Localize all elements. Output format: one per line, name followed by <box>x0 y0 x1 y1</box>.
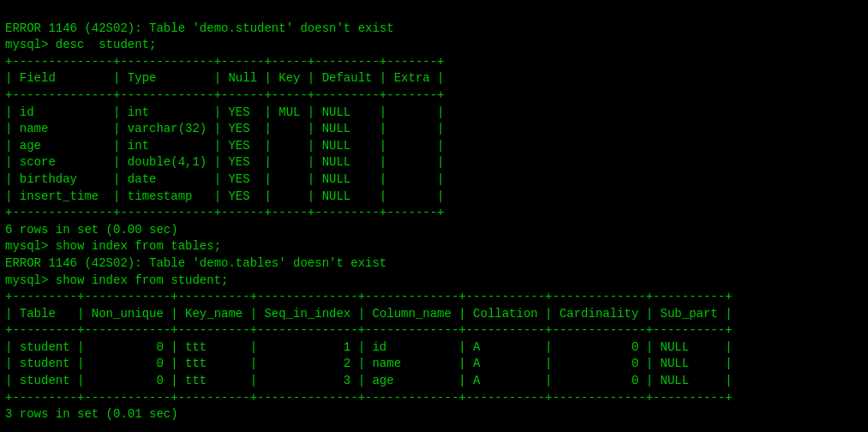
terminal-line-6: | name | varchar(32) | YES | | NULL | | <box>5 121 863 138</box>
terminal-line-16: mysql> show index from student; <box>5 273 863 290</box>
terminal-line-10: | insert_time | timestamp | YES | | NULL… <box>5 189 863 206</box>
terminal-line-3: | Field | Type | Null | Key | Default | … <box>5 70 863 87</box>
terminal-line-9: | birthday | date | YES | | NULL | | <box>5 171 863 189</box>
terminal-line-21: | student | 0 | ttt | 2 | name | A | 0 |… <box>5 356 863 373</box>
terminal-line-0: ERROR 1146 (42S02): Table 'demo.student'… <box>5 21 863 38</box>
terminal-line-4: +--------------+-------------+------+---… <box>5 87 863 105</box>
terminal-output: ERROR 1146 (42S02): Table 'demo.student'… <box>5 3 863 423</box>
terminal-line-20: | student | 0 | ttt | 1 | id | A | 0 | N… <box>5 339 863 357</box>
terminal-line-23: +---------+------------+----------+-----… <box>5 390 863 407</box>
terminal-line-22: | student | 0 | ttt | 3 | age | A | 0 | … <box>5 373 863 390</box>
terminal-line-18: | Table | Non_unique | Key_name | Seq_in… <box>5 306 863 323</box>
terminal-line-12: 6 rows in set (0.00 sec) <box>5 222 863 239</box>
terminal-line-19: +---------+------------+----------+-----… <box>5 322 863 339</box>
terminal-line-14: mysql> show index from tables; <box>5 238 863 255</box>
terminal-line-2: +--------------+-------------+------+---… <box>5 54 863 71</box>
terminal-line-11: +--------------+-------------+------+---… <box>5 205 863 222</box>
terminal-line-7: | age | int | YES | | NULL | | <box>5 138 863 155</box>
terminal-line-17: +---------+------------+----------+-----… <box>5 289 863 306</box>
terminal-line-8: | score | double(4,1) | YES | | NULL | | <box>5 154 863 171</box>
terminal-line-15: ERROR 1146 (42S02): Table 'demo.tables' … <box>5 255 863 273</box>
terminal-line-1: mysql> desc student; <box>5 37 863 54</box>
terminal-line-5: | id | int | YES | MUL | NULL | | <box>5 105 863 122</box>
terminal-line-24: 3 rows in set (0.01 sec) <box>5 406 863 423</box>
